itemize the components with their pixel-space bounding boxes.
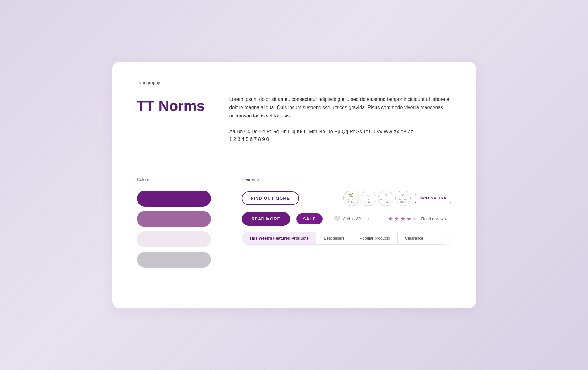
star-5[interactable]: ★ [413,216,417,222]
tab-popular[interactable]: Popular products [352,232,398,244]
font-description-text: Lorem ipsum dolor sit amet, consectetur … [229,95,451,120]
font-name: TT Norms [137,97,205,114]
read-reviews-link[interactable]: Read reviews [421,216,446,221]
oil-free-badge: ◎ OILFREE [361,191,376,206]
typography-label: Typography [137,80,451,85]
fat-icon: ✓ [401,193,405,197]
read-more-button[interactable]: READ MORE [242,212,290,226]
font-description: Lorem ipsum dolor sit amet, consectetur … [229,95,451,143]
heart-icon[interactable]: 🤍 [334,216,340,222]
elements-column: Elements FIND OUT MORE 🌿 GLUTENFREE ◎ OI… [242,177,451,272]
swatch-dark-purple [137,191,211,207]
star-3[interactable]: ★ [400,216,405,222]
gluten-text: GLUTENFREE [347,198,355,204]
alphabet-text: Aa Bb Cc Dd Ee Ff Gg Hh Ii Jj Kk Ll Mm N… [229,129,413,134]
oil-text: OILFREE [365,198,371,204]
best-seller-badge: BEST SELLER [415,194,451,203]
allergen-icon: ✳ [384,193,387,197]
star-4[interactable]: ★ [406,216,411,222]
tab-clearance[interactable]: Clearance [398,232,431,244]
allergen-text: ALLERGENFREE [380,198,391,204]
numbers-text: 1 2 3 4 5 6 7 8 9 0 [229,137,269,142]
section-divider [137,162,451,162]
find-out-more-button[interactable]: FIND OUT MORE [242,191,299,205]
tabs-row: This Week's Featured Products Best selle… [242,232,451,245]
tab-best-sellers[interactable]: Best sellers [316,232,352,244]
stars-row: ★ ★ ★ ★ ★ Read reviews [388,216,446,222]
gluten-icon: 🌿 [349,193,353,197]
star-1[interactable]: ★ [388,216,393,222]
swatch-light-purple [137,231,211,247]
main-card: Typography TT Norms Lorem ipsum dolor si… [112,62,476,308]
badges-row: 🌿 GLUTENFREE ◎ OILFREE ✳ ALLERGENFREE ✓ … [343,191,451,206]
wishlist-text[interactable]: Add to Wishlist [343,216,369,221]
fat-free-badge: ✓ FAT 100%FREE [395,191,411,206]
allergen-free-badge: ✳ ALLERGENFREE [378,191,393,206]
elements-row-1: FIND OUT MORE 🌿 GLUTENFREE ◎ OILFREE ✳ A… [242,191,451,206]
bottom-section: Colors Elements FIND OUT MORE 🌿 GLUTENFR… [137,177,451,272]
elements-label: Elements [242,177,451,182]
wishlist-row: 🤍 Add to Wishlist [334,216,369,222]
elements-row-2: READ MORE SALE 🤍 Add to Wishlist ★ ★ ★ ★… [242,212,451,226]
swatch-mid-purple [137,211,211,227]
typography-section: TT Norms Lorem ipsum dolor sit amet, con… [137,95,451,143]
fat-text: FAT 100%FREE [398,198,408,204]
swatch-gray [137,252,211,268]
star-2[interactable]: ★ [394,216,399,222]
oil-icon: ◎ [367,193,370,197]
alphabet-row: Aa Bb Cc Dd Ee Ff Gg Hh Ii Jj Kk Ll Mm N… [229,128,451,143]
gluten-free-badge: 🌿 GLUTENFREE [343,191,359,206]
tab-featured[interactable]: This Week's Featured Products [242,232,317,244]
sale-badge: SALE [296,213,323,224]
colors-label: Colors [137,177,217,182]
colors-column: Colors [137,177,217,272]
